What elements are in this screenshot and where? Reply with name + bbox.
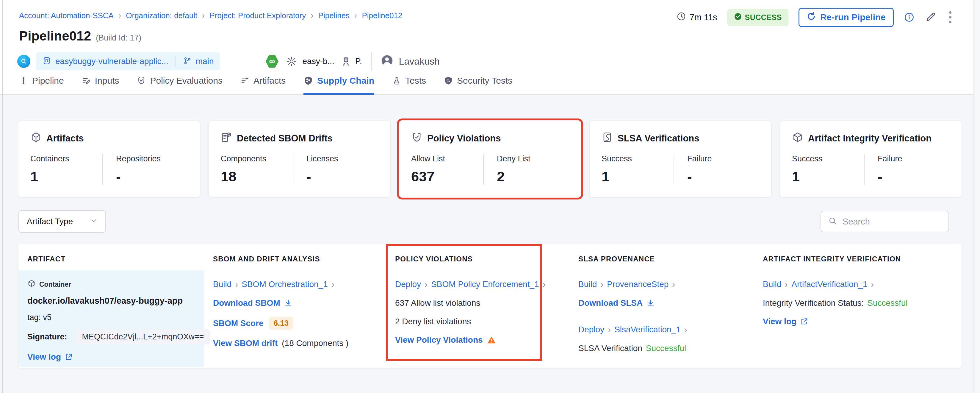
breadcrumb-account[interactable]: Account: Automation-SSCA bbox=[19, 11, 126, 20]
scrollbar[interactable] bbox=[974, 0, 980, 393]
artifacts-table: ARTIFACT SBOM AND DRIFT ANALYSIS POLICY … bbox=[18, 244, 962, 368]
repo-pill[interactable]: easybuggy-vulnerable-applic... main bbox=[36, 53, 220, 70]
breadcrumb-project[interactable]: Project: Product Exploratory bbox=[210, 11, 318, 20]
download-slsa-link[interactable]: Download SLSA bbox=[578, 298, 655, 308]
breadcrumb-pipelines[interactable]: Pipelines bbox=[318, 11, 362, 20]
sbom-step-crumbs: Build › SBOM Orchestration_1 › bbox=[213, 279, 377, 289]
card-sbom-drifts: Detected SBOM Drifts Components 18 Licen… bbox=[209, 121, 390, 197]
page-title: Pipeline012 bbox=[19, 29, 91, 43]
table-row: Container docker.io/lavakush07/easy-bugg… bbox=[18, 270, 962, 367]
stat-deny-list: Deny List 2 bbox=[483, 154, 569, 185]
allow-list-violations: 637 Allow list violations bbox=[395, 298, 560, 308]
sbom-score-badge: 6.13 bbox=[269, 317, 294, 329]
step-link[interactable]: ArtifactVerification_1 bbox=[791, 280, 867, 289]
slsa-verification-status: Successful bbox=[646, 343, 686, 353]
integrity-step-crumbs: Build › ArtifactVerification_1 › bbox=[763, 279, 953, 289]
view-log-link[interactable]: View log bbox=[763, 317, 808, 326]
stat-slsa-success: Success 1 bbox=[601, 154, 674, 185]
breadcrumb-pipeline[interactable]: Pipeline012 bbox=[362, 11, 402, 20]
step-link[interactable]: ProvenanceStep bbox=[607, 280, 668, 289]
kebab-menu-icon[interactable] bbox=[946, 10, 955, 24]
stat-components: Components 18 bbox=[221, 154, 293, 185]
trigger-icon bbox=[17, 55, 30, 68]
status-badge: SUCCESS bbox=[727, 9, 788, 26]
card-artifact-integrity: Artifact Integrity Verification Success … bbox=[780, 121, 962, 197]
col-sbom: SBOM AND DRIFT ANALYSIS bbox=[204, 244, 386, 270]
download-sbom-link[interactable]: Download SBOM bbox=[213, 298, 293, 308]
check-circle-icon bbox=[734, 13, 742, 22]
header-controls: 7m 11s SUCCESS Re-run Pipeline bbox=[676, 7, 955, 27]
card-artifacts: Artifacts Containers 1 Repositories - bbox=[18, 121, 200, 197]
stat-containers: Containers 1 bbox=[30, 154, 102, 185]
slsa-deploy-crumbs: Deploy › SlsaVerification_1 › bbox=[578, 324, 745, 335]
tab-pipeline[interactable]: Pipeline bbox=[19, 76, 64, 95]
breadcrumb-org[interactable]: Organization: default bbox=[126, 11, 210, 20]
deny-list-violations: 2 Deny list violations bbox=[395, 317, 560, 326]
step-link[interactable]: SBOM Policy Enforcement_1 bbox=[431, 280, 539, 289]
cube-icon bbox=[27, 279, 36, 289]
artifact-image-name: docker.io/lavakush07/easy-buggy-app bbox=[27, 296, 195, 306]
step-link[interactable]: SlsaVerification_1 bbox=[614, 325, 681, 334]
duration-text: 7m 11s bbox=[690, 13, 717, 22]
stage-link[interactable]: Build bbox=[763, 280, 781, 289]
artifact-type-badge: Container bbox=[27, 279, 195, 289]
stat-allow-list: Allow List 637 bbox=[411, 154, 483, 185]
search-box bbox=[821, 211, 949, 232]
tab-supply-chain[interactable]: Supply Chain bbox=[304, 76, 374, 95]
search-icon bbox=[828, 216, 837, 227]
search-input[interactable] bbox=[843, 217, 955, 227]
col-slsa: SLSA PROVENANCE bbox=[570, 244, 754, 270]
slsa-cell: Build › ProvenanceStep › Download SLSA D… bbox=[570, 270, 754, 367]
infrastructure-icon bbox=[341, 56, 351, 66]
repo-name[interactable]: easybuggy-vulnerable-applic... bbox=[55, 57, 169, 66]
refresh-icon bbox=[807, 11, 816, 23]
execution-meta-row: easybuggy-vulnerable-applic... main ∞ ea… bbox=[17, 50, 440, 73]
shield-check-icon bbox=[411, 132, 422, 145]
artifact-tag: tag: v5 bbox=[27, 313, 195, 322]
col-integrity: ARTIFACT INTEGRITY VERIFICATION bbox=[754, 244, 962, 270]
meta-divider bbox=[371, 52, 372, 70]
col-policy: POLICY VIOLATIONS bbox=[386, 244, 570, 270]
view-log-link[interactable]: View log bbox=[27, 352, 73, 362]
signature-value: MEQCICde2Vjl...L+2+mqnOXw== bbox=[76, 329, 210, 345]
tab-inputs[interactable]: Inputs bbox=[82, 76, 119, 95]
edit-pencil-icon[interactable] bbox=[925, 11, 936, 23]
stat-slsa-failure: Failure - bbox=[674, 154, 759, 185]
tab-tests[interactable]: Tests bbox=[392, 76, 426, 95]
tab-security-tests[interactable]: Security Tests bbox=[444, 76, 512, 95]
step-link[interactable]: SBOM Orchestration_1 bbox=[242, 280, 328, 289]
stage-link[interactable]: Deploy bbox=[395, 280, 421, 289]
stage-link[interactable]: Deploy bbox=[578, 325, 604, 334]
git-branch-icon bbox=[183, 57, 192, 66]
pill-divider bbox=[175, 56, 176, 67]
policy-step-crumbs: Deploy › SBOM Policy Enforcement_1 › bbox=[395, 279, 560, 289]
branch-name[interactable]: main bbox=[196, 57, 214, 66]
slsa-build-crumbs: Build › ProvenanceStep › bbox=[578, 279, 745, 289]
cube-icon bbox=[792, 132, 803, 145]
sbom-score-link[interactable]: SBOM Score bbox=[213, 319, 264, 328]
view-sbom-drift-link[interactable]: View SBOM drift bbox=[213, 339, 278, 348]
stage-link[interactable]: Build bbox=[578, 280, 597, 289]
info-icon[interactable] bbox=[904, 12, 915, 22]
tab-policy-evaluations[interactable]: Policy Evaluations bbox=[137, 76, 222, 95]
sbom-cell: Build › SBOM Orchestration_1 › Download … bbox=[204, 270, 386, 367]
integrity-status: Successful bbox=[867, 298, 907, 308]
sbom-document-icon bbox=[221, 132, 232, 145]
window-edge bbox=[2, 0, 3, 393]
col-artifact: ARTIFACT bbox=[18, 244, 204, 270]
ci-status-hexagon-icon: ∞ bbox=[266, 54, 278, 68]
trigger-pipeline-text: easy-b... bbox=[302, 57, 334, 66]
summary-cards: Artifacts Containers 1 Repositories - bbox=[18, 121, 962, 197]
view-policy-violations-link[interactable]: View Policy Violations bbox=[395, 335, 483, 345]
status-text: SUCCESS bbox=[745, 13, 782, 22]
rerun-pipeline-button[interactable]: Re-run Pipeline bbox=[799, 8, 894, 27]
warning-icon bbox=[487, 335, 496, 345]
build-duration: 7m 11s bbox=[676, 11, 717, 23]
artifact-type-select[interactable]: Artifact Type bbox=[18, 210, 106, 233]
clock-icon bbox=[676, 11, 686, 23]
signature-row: Signature: MEQCICde2Vjl...L+2+mqnOXw== bbox=[27, 329, 195, 345]
stage-link[interactable]: Build bbox=[213, 280, 231, 289]
tab-artifacts[interactable]: Artifacts bbox=[240, 76, 286, 95]
cube-icon bbox=[30, 132, 41, 145]
card-slsa-verifications: SLSA Verifications Success 1 Failure - bbox=[590, 121, 771, 197]
